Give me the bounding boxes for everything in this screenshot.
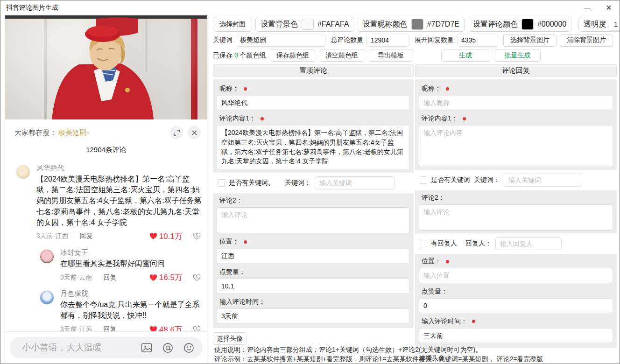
opacity-input[interactable] [610, 18, 620, 31]
required-dot [261, 117, 264, 120]
opacity-label: 透明度 [584, 20, 606, 29]
replyee-strip: 有回复人 回复人： [415, 233, 617, 254]
keyword-strip: 是否有关键词 关键词： [415, 170, 617, 190]
required-dot [472, 320, 475, 323]
search-icon: ⌕ [87, 130, 90, 136]
comment-row: 风华绝代 【2024欧美漫天电影热榜排名】第一名:高丫监狱，第二名:法国空姐第三… [5, 164, 207, 242]
comment-image-preview: 大家都在搜： 极美短剧 ⌕ 12904条评论 风华 [5, 15, 207, 364]
comments-count: 12904条评论 [5, 141, 207, 157]
comment-input[interactable]: 小小善语，大大温暖 [10, 337, 203, 358]
content1-label: 评论内容1： [415, 113, 617, 125]
instructions-line-2: 评论示例：去某某软件搜索+某某短剧+看完整版，则评论1=去某某软件搜索，关键词=… [214, 354, 543, 364]
reply-panel-header: 评论回复 [415, 64, 617, 77]
keyword-strip: 是否有关键词。 关键词： [213, 173, 414, 193]
close-preview-button[interactable] [188, 126, 201, 139]
keyword-input[interactable] [504, 174, 582, 187]
dislike-button[interactable] [193, 274, 201, 281]
location-input[interactable] [419, 268, 613, 283]
select-bg-image-button[interactable]: 选择背景图片 [503, 34, 557, 47]
toolbar-row-3: 已保存 0 个颜色组 保存颜色组 清空颜色组 导出模板 生成 批量生成 [213, 49, 541, 62]
reply-button[interactable]: 回复 [79, 232, 92, 240]
keyword-label: 关键词： [474, 176, 500, 184]
nick-color-label: 设置昵称颜色 [363, 20, 408, 29]
bg-color-label: 设置背景色 [261, 20, 298, 29]
clear-bg-image-button[interactable]: 清除背景图片 [560, 34, 613, 47]
required-dot [463, 117, 466, 120]
reply-button[interactable]: 回复 [103, 273, 116, 282]
comment-color-swatch[interactable] [521, 19, 534, 30]
bg-color-hex: #FAFAFA [317, 20, 349, 28]
nickname-input[interactable] [217, 95, 410, 110]
time-label: 输入评论时间： [415, 316, 617, 328]
comment-color-group: 设置评论颜色 #000000 [468, 17, 571, 32]
comment-color-hex: #000000 [537, 20, 566, 28]
replyee-input[interactable] [495, 237, 562, 250]
like-count: 16.5万 [159, 272, 183, 283]
time-input[interactable] [419, 328, 613, 343]
minimize-button[interactable]: — [577, 0, 598, 15]
keyword-input[interactable] [236, 34, 325, 47]
has-replyee-checkbox[interactable] [420, 240, 427, 247]
required-dot [244, 87, 247, 91]
close-button[interactable]: ✕ [598, 0, 620, 15]
required-dot [446, 260, 449, 263]
location-input[interactable] [217, 248, 410, 263]
comment-text: 【2024欧美漫天电影热榜排名】第一名:高丫监狱，第二名:法国空姐第三名:灭火宝… [36, 174, 203, 228]
likes-input[interactable] [217, 279, 410, 294]
window-title: 抖音评论图片生成 [6, 4, 58, 12]
expand-icon [174, 130, 180, 136]
app-window: 抖音评论图片生成 — ✕ [0, 0, 620, 364]
bg-color-swatch[interactable] [302, 19, 314, 30]
total-comments-input[interactable] [366, 34, 409, 47]
time-input[interactable] [217, 308, 410, 323]
like-count: 10.1万 [159, 231, 183, 242]
required-dot [446, 87, 449, 91]
keyword-checkbox[interactable] [218, 179, 225, 187]
clear-color-group-button[interactable]: 清空颜色组 [320, 49, 364, 62]
select-avatar-button[interactable]: 选择头像 [213, 332, 247, 345]
comment2-textarea[interactable] [419, 204, 613, 231]
comment-meta: 3天前·江西 [36, 232, 68, 240]
nick-color-swatch[interactable] [411, 19, 423, 30]
content1-textarea[interactable]: 【2024欧美漫天电影热榜排名】第一名:高丫监狱，第二名:法国空姐第三名:灭火宝… [217, 125, 410, 170]
keyword-checkbox-label: 是否有关键词。 [229, 179, 275, 187]
nickname-label: 昵称： [415, 83, 617, 95]
instructions-line-1: 使用说明：评论内容由三部分组成：评论1+关键词（勾选生效）+评论2(无关键词时可… [214, 345, 543, 354]
like-button[interactable]: 10.1万 [149, 231, 183, 242]
comment-input-placeholder: 小小善语，大大温暖 [22, 342, 141, 354]
saved-groups-text: 已保存 0 个颜色组 [213, 51, 266, 60]
comment2-textarea[interactable] [217, 207, 410, 233]
generate-button[interactable]: 生成 [441, 49, 490, 62]
heart-icon [149, 274, 157, 281]
emoji-smiley-icon[interactable] [183, 343, 194, 353]
save-color-group-button[interactable]: 保存颜色组 [271, 49, 315, 62]
location-label: 位置： [415, 256, 617, 268]
nickname-input[interactable] [419, 95, 613, 110]
location-label: 位置： [213, 236, 414, 248]
minimize-icon: — [585, 4, 591, 11]
select-cover-button[interactable]: 选择封面 [213, 17, 252, 32]
keyword-input[interactable] [315, 176, 395, 189]
expand-preview-button[interactable] [170, 126, 183, 139]
search-keyword-link[interactable]: 极美短剧 [58, 128, 86, 137]
comment2-label: 评论2： [213, 195, 414, 207]
saved-prefix: 已保存 [213, 51, 232, 59]
mention-at-icon[interactable] [162, 343, 173, 353]
content1-label: 评论内容1： [213, 113, 414, 125]
nick-color-group: 设置昵称颜色 #7D7D7E [358, 17, 465, 32]
image-icon[interactable] [141, 343, 152, 353]
like-button[interactable]: 16.5万 [149, 272, 183, 283]
time-label: 输入评论时间： [213, 296, 414, 308]
keyword-checkbox[interactable] [420, 176, 427, 184]
comment-meta: 3天前·云南 [60, 273, 92, 282]
expand-replies-input[interactable] [457, 34, 498, 47]
saved-count: 0 [234, 51, 238, 59]
dislike-button[interactable] [193, 232, 201, 240]
batch-generate-button[interactable]: 批量生成 [495, 49, 541, 62]
comment-row: 月色朦胧 你去整个夸/ua克 只出来第一个就是了全系都有，别怪我没说，快冲!! … [5, 289, 207, 335]
search-prefix-label: 大家都在搜： [14, 128, 56, 137]
comment-reply-panel: 评论回复 昵称： 评论内容1： 是否有关键词 关键词： 评论2： 有回复人 回复… [415, 64, 617, 364]
content1-textarea[interactable] [419, 125, 613, 167]
likes-input[interactable] [419, 298, 613, 313]
export-template-button[interactable]: 导出模板 [369, 49, 413, 62]
